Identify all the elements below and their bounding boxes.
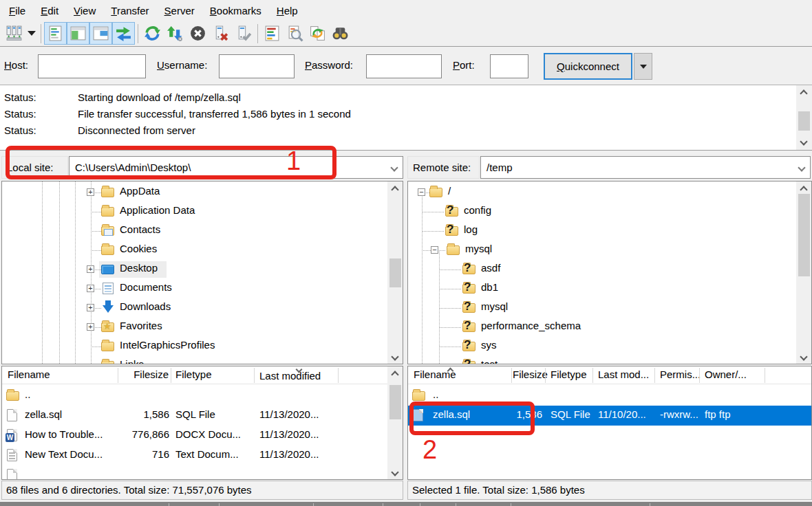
toggle-queue-button[interactable] <box>112 22 135 45</box>
column-separator[interactable] <box>171 368 171 383</box>
tree-item-cookies[interactable]: Cookies <box>2 241 403 260</box>
find-files-button[interactable] <box>329 22 352 45</box>
file-row-parent[interactable]: .. <box>2 386 403 406</box>
synchronized-browsing-button[interactable] <box>306 22 329 45</box>
refresh-button[interactable] <box>141 22 164 45</box>
host-input[interactable] <box>38 54 146 78</box>
column-separator[interactable] <box>699 368 700 383</box>
disconnect-button[interactable] <box>209 22 232 45</box>
remote-tree-scrollbar[interactable] <box>796 182 812 364</box>
username-input[interactable] <box>219 54 295 78</box>
cancel-button[interactable] <box>186 22 209 45</box>
tree-item-appdata[interactable]: AppData <box>2 183 403 202</box>
quickconnect-dropdown[interactable] <box>634 53 652 80</box>
tree-item-application-data[interactable]: Application Data <box>2 202 403 221</box>
tree-item-label: test <box>481 358 498 364</box>
log-scrollbar[interactable] <box>796 85 812 150</box>
tree-item-downloads[interactable]: Downloads <box>2 298 403 318</box>
local-tree-scrollbar[interactable] <box>387 182 403 364</box>
tree-item-root[interactable]: / <box>408 183 811 202</box>
expander-plus-icon[interactable] <box>87 285 94 292</box>
column-separator[interactable] <box>765 368 765 383</box>
expander-plus-icon[interactable] <box>87 323 94 331</box>
column-separator[interactable] <box>118 368 118 383</box>
tree-item-asdf[interactable]: asdf <box>408 260 811 279</box>
menu-edit[interactable]: Edit <box>33 2 66 19</box>
scroll-down-icon[interactable] <box>391 353 398 360</box>
expander-minus-icon[interactable] <box>418 188 425 196</box>
tree-item-mysql[interactable]: mysql <box>408 241 811 260</box>
menu-transfer[interactable]: Transfer <box>103 2 156 19</box>
toggle-remote-tree-button[interactable] <box>89 22 112 45</box>
menu-view[interactable]: View <box>66 2 103 19</box>
scrollbar-thumb[interactable] <box>798 194 810 276</box>
local-list-scrollbar[interactable] <box>387 366 403 480</box>
scroll-up-icon[interactable] <box>800 89 807 97</box>
toggle-local-tree-button[interactable] <box>67 22 89 45</box>
file-row-zella-sql[interactable]: zella.sql 1,586 SQL File 11/13/2020... <box>2 406 403 426</box>
expander-plus-icon[interactable] <box>87 265 94 273</box>
header-filesize[interactable]: Filesize <box>513 368 542 380</box>
expander-minus-icon[interactable] <box>431 246 438 254</box>
header-last-modified[interactable]: Last mod... <box>598 368 649 380</box>
column-separator[interactable] <box>254 368 255 383</box>
filter-button[interactable] <box>261 22 284 45</box>
tree-item-desktop[interactable]: Desktop <box>2 260 403 279</box>
tree-item-favorites[interactable]: Favorites <box>2 318 403 337</box>
scrollbar-thumb[interactable] <box>389 385 401 419</box>
site-manager-dropdown[interactable] <box>25 22 38 45</box>
file-row-new-text-doc[interactable]: New Text Docu... 716 Text Docum... 11/13… <box>2 446 403 465</box>
file-row-how-to-trouble[interactable]: How to Trouble... 776,866 DOCX Docu... 1… <box>2 426 403 446</box>
process-queue-button[interactable] <box>164 22 186 45</box>
tree-item-test[interactable]: test <box>408 356 811 364</box>
scroll-down-icon[interactable] <box>391 468 398 476</box>
menu-file[interactable]: File <box>1 2 33 19</box>
tree-item-sys[interactable]: sys <box>408 337 811 356</box>
site-manager-button[interactable] <box>3 22 25 45</box>
chevron-down-icon[interactable] <box>390 164 398 171</box>
scrollbar-thumb[interactable] <box>389 258 401 287</box>
menu-help[interactable]: Help <box>269 2 306 19</box>
tree-item-contacts[interactable]: Contacts <box>2 221 403 241</box>
password-input[interactable] <box>366 54 442 78</box>
scroll-up-icon[interactable] <box>800 186 807 193</box>
expander-plus-icon[interactable] <box>87 304 94 311</box>
remote-site-combo[interactable]: /temp <box>480 156 811 179</box>
scroll-up-icon[interactable] <box>391 186 398 193</box>
header-owner[interactable]: Owner/... <box>705 368 747 380</box>
header-permissions[interactable]: Permis... <box>660 368 701 380</box>
tree-item-config[interactable]: config <box>408 202 811 221</box>
tree-item-documents[interactable]: Documents <box>2 279 403 298</box>
directory-comparison-button[interactable] <box>284 22 306 45</box>
column-separator[interactable] <box>592 368 593 383</box>
menu-server[interactable]: Server <box>157 2 202 19</box>
file-row-partial[interactable] <box>2 465 403 480</box>
reconnect-button[interactable] <box>232 22 255 45</box>
chevron-down-icon[interactable] <box>798 164 805 171</box>
header-filetype[interactable]: Filetype <box>551 368 587 380</box>
tree-item-log[interactable]: log <box>408 221 811 241</box>
scroll-down-icon[interactable] <box>800 138 807 145</box>
column-separator[interactable] <box>654 368 655 383</box>
header-filename[interactable]: Filename <box>8 368 50 380</box>
tree-item-performance-schema[interactable]: performance_schema <box>408 318 811 337</box>
expander-plus-icon[interactable] <box>87 188 94 196</box>
header-filetype[interactable]: Filetype <box>175 368 212 380</box>
tree-item-mysql-db[interactable]: mysql <box>408 298 811 318</box>
filename-cell: zella.sql <box>25 408 62 420</box>
column-separator[interactable] <box>511 368 512 383</box>
tree-item-intelgraphicsprofiles[interactable]: IntelGraphicsProfiles <box>2 337 403 356</box>
quickconnect-button[interactable]: Quickconnect <box>544 53 632 80</box>
scroll-up-icon[interactable] <box>391 371 398 378</box>
port-input[interactable] <box>490 54 528 78</box>
scroll-down-icon[interactable] <box>800 353 807 360</box>
scrollbar-thumb[interactable] <box>798 111 810 131</box>
header-last-modified[interactable]: Last modified <box>259 370 321 382</box>
menu-bookmarks[interactable]: Bookmarks <box>202 2 269 19</box>
tree-item-links[interactable]: Links <box>2 356 403 364</box>
tree-item-db1[interactable]: db1 <box>408 279 811 298</box>
column-separator[interactable] <box>545 368 546 383</box>
toggle-log-button[interactable] <box>44 22 67 45</box>
column-separator[interactable] <box>338 368 339 383</box>
header-filesize[interactable]: Filesize <box>119 368 169 380</box>
